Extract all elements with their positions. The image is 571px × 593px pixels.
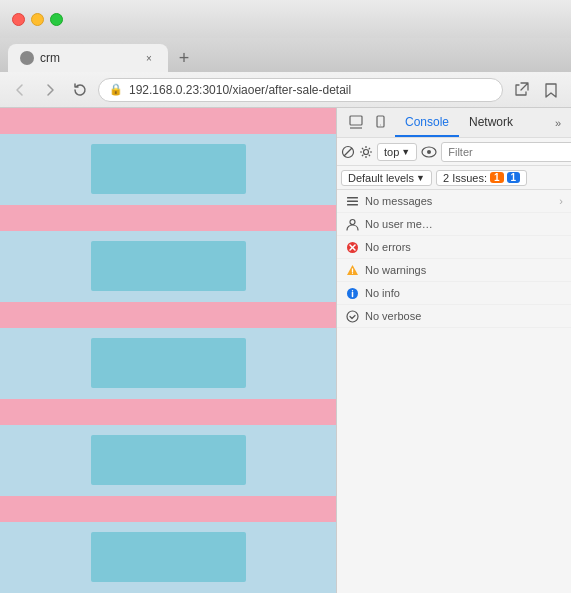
svg-point-21 bbox=[351, 290, 352, 291]
message-no-warnings[interactable]: No warnings bbox=[337, 259, 571, 282]
devtools-inspect-button[interactable] bbox=[345, 111, 367, 133]
filter-input[interactable] bbox=[441, 142, 571, 162]
blue-rect-5 bbox=[91, 532, 246, 582]
main-area: Console Network » top ▼ Default lev bbox=[0, 108, 571, 593]
svg-point-9 bbox=[427, 150, 431, 154]
svg-point-22 bbox=[347, 311, 358, 322]
browser-chrome: crm × + 🔒 192.168.0.23:3010/xiaoer/after… bbox=[0, 0, 571, 108]
page-content bbox=[0, 108, 336, 593]
blue-rect-4 bbox=[91, 435, 246, 485]
message-no-messages[interactable]: No messages › bbox=[337, 190, 571, 213]
tab-bar: crm × + bbox=[0, 38, 571, 72]
levels-chevron-icon: ▼ bbox=[416, 173, 425, 183]
section-pink-1 bbox=[0, 108, 336, 134]
no-info-text: No info bbox=[365, 287, 400, 299]
no-warnings-text: No warnings bbox=[365, 264, 426, 276]
section-pink-2 bbox=[0, 205, 336, 231]
devtools-toolbar: top ▼ bbox=[337, 138, 571, 166]
svg-rect-10 bbox=[347, 197, 358, 199]
close-button[interactable] bbox=[12, 13, 25, 26]
section-pink-5 bbox=[0, 496, 336, 522]
url-text: 192.168.0.23:3010/xiaoer/after-sale-deta… bbox=[129, 83, 492, 97]
blue-rect-1 bbox=[91, 144, 246, 194]
svg-rect-11 bbox=[347, 200, 358, 202]
maximize-button[interactable] bbox=[50, 13, 63, 26]
tab-network[interactable]: Network bbox=[459, 108, 523, 137]
no-messages-text: No messages bbox=[365, 195, 432, 207]
tab-favicon bbox=[20, 51, 34, 65]
tab-close-button[interactable]: × bbox=[142, 51, 156, 65]
error-icon bbox=[345, 240, 359, 254]
section-blue-2 bbox=[0, 231, 336, 302]
svg-point-13 bbox=[350, 219, 355, 224]
blue-rect-3 bbox=[91, 338, 246, 388]
section-blue-5 bbox=[0, 522, 336, 593]
message-no-user[interactable]: No user me… bbox=[337, 213, 571, 236]
blue-rect-2 bbox=[91, 241, 246, 291]
issues-blue-badge: 1 bbox=[507, 172, 521, 183]
verbose-icon bbox=[345, 309, 359, 323]
no-user-text: No user me… bbox=[365, 218, 433, 230]
back-button[interactable] bbox=[8, 78, 32, 102]
devtools-tabs: Console Network » bbox=[337, 108, 571, 138]
tab-overflow-button[interactable]: » bbox=[549, 113, 567, 133]
svg-rect-12 bbox=[347, 204, 358, 206]
clear-console-button[interactable] bbox=[341, 141, 355, 163]
devtools-messages: No messages › No user me… No errors bbox=[337, 190, 571, 593]
svg-point-7 bbox=[364, 149, 369, 154]
message-no-info[interactable]: No info bbox=[337, 282, 571, 305]
info-icon bbox=[345, 286, 359, 300]
list-icon bbox=[345, 194, 359, 208]
chevron-down-icon: ▼ bbox=[401, 147, 410, 157]
tab-title: crm bbox=[40, 51, 136, 65]
arrow-icon: › bbox=[559, 195, 563, 207]
tab-console[interactable]: Console bbox=[395, 108, 459, 137]
section-blue-4 bbox=[0, 425, 336, 496]
traffic-lights bbox=[12, 13, 63, 26]
page-sections bbox=[0, 108, 336, 593]
user-icon bbox=[345, 217, 359, 231]
reload-button[interactable] bbox=[68, 78, 92, 102]
forward-button[interactable] bbox=[38, 78, 62, 102]
no-errors-text: No errors bbox=[365, 241, 411, 253]
default-levels-button[interactable]: Default levels ▼ bbox=[341, 170, 432, 186]
toggle-eye-button[interactable] bbox=[421, 141, 437, 163]
devtools-device-button[interactable] bbox=[369, 111, 391, 133]
message-no-errors[interactable]: No errors bbox=[337, 236, 571, 259]
share-button[interactable] bbox=[509, 78, 533, 102]
svg-rect-1 bbox=[350, 116, 362, 125]
section-pink-3 bbox=[0, 302, 336, 328]
url-bar[interactable]: 🔒 192.168.0.23:3010/xiaoer/after-sale-de… bbox=[98, 78, 503, 102]
message-no-verbose[interactable]: No verbose bbox=[337, 305, 571, 328]
context-selector[interactable]: top ▼ bbox=[377, 143, 417, 161]
devtools-levels-bar: Default levels ▼ 2 Issues: 1 1 bbox=[337, 166, 571, 190]
warning-icon bbox=[345, 263, 359, 277]
issues-badge[interactable]: 2 Issues: 1 1 bbox=[436, 170, 527, 186]
section-pink-4 bbox=[0, 399, 336, 425]
lock-icon: 🔒 bbox=[109, 83, 123, 96]
browser-tab[interactable]: crm × bbox=[8, 44, 168, 72]
minimize-button[interactable] bbox=[31, 13, 44, 26]
settings-button[interactable] bbox=[359, 141, 373, 163]
title-bar bbox=[0, 0, 571, 38]
no-verbose-text: No verbose bbox=[365, 310, 421, 322]
issues-label: 2 Issues: bbox=[443, 172, 487, 184]
issues-orange-badge: 1 bbox=[490, 172, 504, 183]
address-bar: 🔒 192.168.0.23:3010/xiaoer/after-sale-de… bbox=[0, 72, 571, 108]
devtools-panel: Console Network » top ▼ Default lev bbox=[336, 108, 571, 593]
new-tab-button[interactable]: + bbox=[170, 44, 198, 72]
section-blue-3 bbox=[0, 328, 336, 399]
bookmark-button[interactable] bbox=[539, 78, 563, 102]
svg-point-18 bbox=[351, 272, 352, 273]
svg-line-6 bbox=[344, 148, 352, 156]
default-levels-label: Default levels bbox=[348, 172, 414, 184]
section-blue-1 bbox=[0, 134, 336, 205]
svg-point-0 bbox=[23, 54, 31, 62]
context-label: top bbox=[384, 146, 399, 158]
